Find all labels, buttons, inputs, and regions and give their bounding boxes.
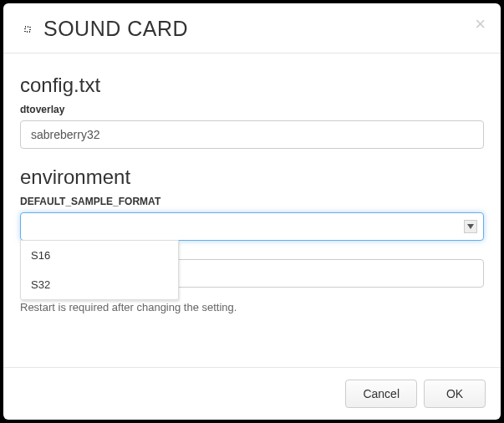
- cancel-button[interactable]: Cancel: [345, 380, 417, 408]
- modal-header: SOUND CARD ×: [3, 3, 501, 54]
- dropdown-list: S16 S32: [20, 240, 179, 300]
- svg-rect-0: [25, 27, 30, 32]
- dtoverlay-label: dtoverlay: [20, 104, 484, 115]
- dropdown-option-s16[interactable]: S16: [21, 241, 178, 270]
- ok-button[interactable]: OK: [424, 380, 486, 408]
- sound-card-icon: [20, 22, 35, 37]
- config-section-heading: config.txt: [20, 74, 484, 97]
- close-icon: ×: [475, 13, 486, 34]
- modal-title: SOUND CARD: [43, 17, 188, 41]
- modal-dialog: SOUND CARD × config.txt dtoverlay enviro…: [3, 3, 501, 420]
- dropdown-option-s32[interactable]: S32: [21, 270, 178, 299]
- default-sample-format-select[interactable]: S16 S32: [20, 212, 484, 241]
- modal-footer: Cancel OK: [3, 367, 501, 420]
- modal-body: config.txt dtoverlay environment DEFAULT…: [3, 54, 501, 367]
- default-sample-format-input[interactable]: [20, 212, 484, 241]
- dtoverlay-input[interactable]: [20, 120, 484, 149]
- restart-note: Restart is required after changing the s…: [20, 301, 484, 313]
- close-button[interactable]: ×: [475, 15, 486, 33]
- default-sample-format-label: DEFAULT_SAMPLE_FORMAT: [20, 196, 484, 207]
- environment-section-heading: environment: [20, 166, 484, 189]
